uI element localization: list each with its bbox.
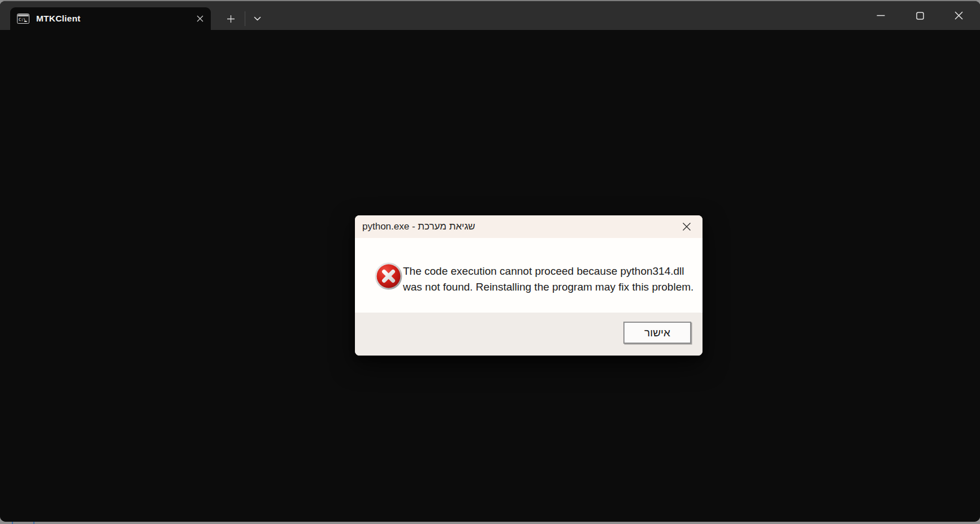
close-icon [682, 222, 691, 231]
error-message-line2: was not found. Reinstalling the program … [403, 279, 693, 295]
maximize-button[interactable] [900, 1, 939, 30]
tab-close-button[interactable] [189, 7, 211, 30]
tab-title: MTKClient [36, 14, 189, 24]
window-controls [861, 1, 978, 30]
cmd-terminal-icon: C:\ [17, 14, 29, 24]
title-bar: C:\ MTKClient [0, 1, 980, 30]
error-message-line1: The code execution cannot proceed becaus… [403, 263, 693, 279]
dialog-title: python.exe - שגיאת מערכת [362, 221, 677, 232]
window-close-button[interactable] [939, 1, 978, 30]
dialog-footer: אישור [355, 313, 703, 356]
tab-mtkclient[interactable]: C:\ MTKClient [10, 7, 211, 30]
tabbar-divider [245, 11, 245, 26]
desktop: { "colors": { "terminal_bg": "#0c0c0c", … [0, 0, 980, 524]
dialog-titlebar[interactable]: python.exe - שגיאת מערכת [355, 215, 703, 238]
plus-icon [227, 15, 235, 23]
close-icon [197, 15, 203, 22]
error-icon [375, 262, 402, 290]
ok-button[interactable]: אישור [623, 322, 691, 344]
maximize-icon [916, 12, 924, 20]
tab-dropdown-button[interactable] [246, 8, 268, 29]
error-dialog: python.exe - שגיאת מערכת [355, 215, 703, 356]
dialog-body: The code execution cannot proceed becaus… [355, 238, 703, 313]
minimize-button[interactable] [861, 1, 900, 30]
background-window-fragment [12, 522, 34, 524]
close-icon [955, 11, 963, 20]
new-tab-button[interactable] [220, 8, 241, 29]
minimize-icon [877, 15, 885, 16]
error-message: The code execution cannot proceed becaus… [403, 263, 693, 295]
dialog-close-button[interactable] [677, 217, 696, 236]
chevron-down-icon [254, 16, 261, 21]
